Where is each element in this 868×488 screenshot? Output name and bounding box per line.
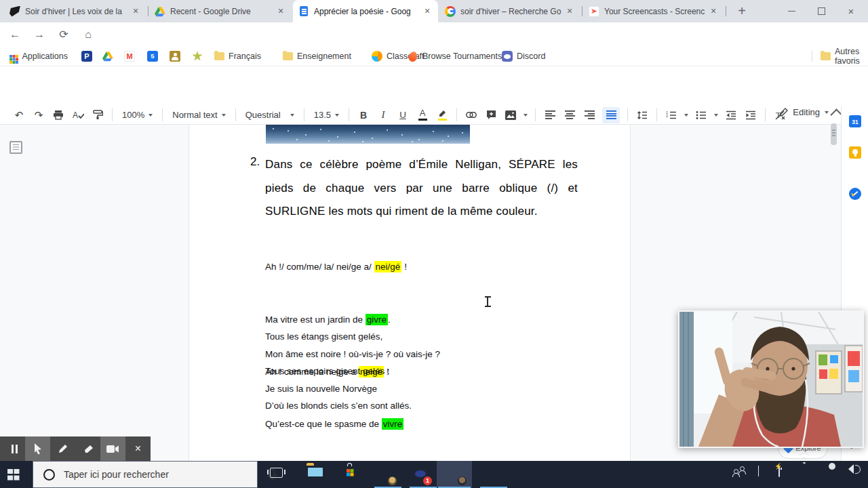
bookmark-p-site[interactable]: P [81,46,92,66]
home-button[interactable]: ⌂ [79,22,98,46]
font-size-select[interactable]: 13.5 [312,110,341,120]
windows-taskbar: Taper ici pour rechercher 1 [0,461,868,488]
text-color-button[interactable]: A [416,107,429,123]
insert-image-button[interactable] [504,107,517,123]
discord-app-button[interactable]: 1 [411,465,430,484]
window-minimize-button[interactable] [777,0,806,22]
tab-close-icon[interactable]: × [275,6,286,17]
bookmark-folder-francais[interactable]: Français [214,46,261,66]
chevron-down-icon[interactable] [684,114,688,119]
tab-close-icon[interactable]: × [130,6,141,17]
chevron-down-icon[interactable] [524,114,528,119]
show-outline-icon[interactable] [9,141,22,154]
italic-button[interactable]: I [376,107,390,123]
tab-close-icon[interactable]: × [564,6,575,17]
microsoft-store-button[interactable] [340,465,359,484]
print-button[interactable] [52,107,65,123]
line-spacing-button[interactable] [635,107,649,123]
align-center-button[interactable] [563,107,576,123]
task-view-button[interactable] [270,468,283,478]
bold-button[interactable]: B [357,107,370,123]
poem-line: Tous les étangs gisent gelés, [265,328,440,346]
start-button[interactable] [0,461,33,488]
forward-button[interactable]: → [30,22,49,46]
decrease-indent-button[interactable] [724,107,738,123]
tasks-panel-icon[interactable] [849,188,861,200]
align-justify-button-active[interactable] [602,107,620,123]
stop-recording-button[interactable]: × [125,436,151,461]
poem-stanza-2[interactable]: Tous les étangs gisent gelés, Mon âme es… [265,328,440,415]
people-tray-icon[interactable] [732,466,749,483]
webcam-overlay[interactable] [678,310,864,448]
window-maximize-button[interactable] [807,0,835,22]
tab-strip: Soir d'hiver | Les voix de la × Recent -… [0,0,868,22]
tab-apprecier-la-poesie-active[interactable]: Apprécier la poésie - Goog × [293,0,438,22]
zoom-select[interactable]: 100% [120,110,155,120]
redo-button[interactable]: ↷ [32,107,45,123]
insert-link-button[interactable] [465,107,478,123]
bookmark-star-site[interactable] [192,46,203,66]
cursor-tool-button[interactable] [25,436,50,461]
new-tab-button[interactable]: + [732,2,751,21]
tab-close-icon[interactable]: × [708,6,719,17]
separator [456,108,457,121]
paint-format-button[interactable] [91,107,104,123]
show-hidden-icons-chevron[interactable] [758,466,774,483]
highlight-color-button[interactable] [435,107,449,123]
align-right-button[interactable] [583,107,596,123]
numbered-list-button[interactable]: 12 [665,107,678,123]
bookmark-calendar[interactable]: 5 [147,46,158,66]
bulleted-list-button[interactable] [694,107,708,123]
pause-recording-button[interactable] [0,436,25,461]
highlight-bar [438,119,447,121]
paragraph-style-select[interactable]: Normal text [170,110,227,120]
bookmark-browse-tournaments[interactable]: Browse Tournaments [408,46,502,66]
list-number: 2. [250,155,260,169]
bookmark-applications[interactable]: Applications [9,46,68,66]
wifi-icon[interactable] [804,466,821,483]
underline-button[interactable]: U [396,107,410,123]
winter-water-image[interactable] [266,125,470,144]
minimize-icon [788,11,795,12]
tab-google-drive[interactable]: Recent - Google Drive × [149,0,292,22]
bookmark-discord[interactable]: Discord [502,46,545,66]
volume-icon[interactable] [846,466,863,483]
pen-tool-button[interactable] [50,436,75,461]
vertical-scrollbar-thumb[interactable] [831,123,837,145]
add-comment-button[interactable] [484,107,498,123]
chrome-profile2-button-active[interactable] [446,465,465,484]
bookmark-drive[interactable] [102,46,113,66]
battery-icon[interactable] [778,466,795,483]
back-button[interactable]: ← [5,22,24,46]
font-select[interactable]: Questrial [243,110,296,120]
bookmark-gmail[interactable]: M [124,46,135,66]
keep-panel-icon[interactable] [849,146,861,159]
spellcheck-button[interactable]: A [71,107,85,123]
eraser-tool-button[interactable] [75,436,100,461]
align-left-button[interactable] [543,107,557,123]
tab-close-icon[interactable]: × [422,6,433,17]
reload-button[interactable]: ⟳ [54,22,73,46]
tab-screencastify[interactable]: Your Screencasts - Screenc × [583,0,724,22]
question-paragraph[interactable]: Dans ce célèbre poème d’Émile Nelligan, … [265,153,578,224]
folder-icon [283,52,293,60]
file-explorer-button[interactable] [307,465,326,484]
bookmark-classroom[interactable] [170,46,180,66]
onedrive-cloud-icon[interactable] [826,466,842,483]
chrome-profile1-button[interactable] [376,465,395,484]
increase-indent-button[interactable] [744,107,757,123]
webcam-toggle-button[interactable] [100,436,125,461]
bookmark-autres-favoris[interactable]: Autres favoris [821,46,868,66]
window-close-button[interactable]: × [837,0,865,22]
editing-mode-select[interactable]: Editing [779,107,829,117]
chrome-profile3-button[interactable] [481,465,500,484]
calendar-panel-icon[interactable]: 31 [849,115,861,127]
poem-line: Tous ses espoirs gisent gelés : [265,363,440,380]
chevron-down-icon[interactable] [714,114,718,119]
separator [535,108,536,121]
taskbar-search-box[interactable]: Taper ici pour rechercher [33,461,258,488]
tab-soir-dhiver-voix[interactable]: Soir d'hiver | Les voix de la × [4,0,146,22]
undo-button[interactable]: ↶ [12,107,26,123]
bookmark-folder-enseignement[interactable]: Enseignement [283,46,351,66]
tab-recherche-google[interactable]: soir d'hiver – Recherche Go × [439,0,580,22]
